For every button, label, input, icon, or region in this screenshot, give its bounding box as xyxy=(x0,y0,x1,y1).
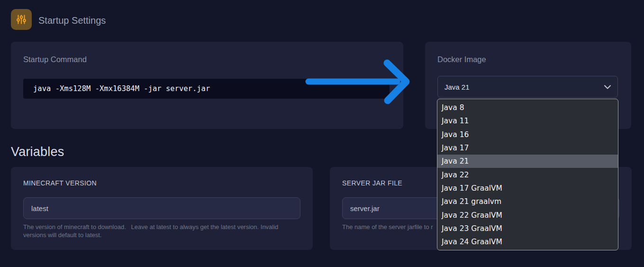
sliders-icon xyxy=(15,13,27,26)
docker-image-selected-value: Java 21 xyxy=(444,83,470,91)
docker-image-select[interactable]: Java 21 xyxy=(437,76,618,98)
variables-heading: Variables xyxy=(11,145,64,159)
dropdown-option[interactable]: Java 22 GraalVM xyxy=(437,208,618,221)
dropdown-option[interactable]: Java 22 xyxy=(437,168,618,181)
minecraft-version-label: MINECRAFT VERSION xyxy=(23,179,97,187)
dropdown-option[interactable]: Java 8 xyxy=(437,101,618,114)
server-jar-file-label: SERVER JAR FILE xyxy=(342,179,402,187)
dropdown-option[interactable]: Java 17 GraalVM xyxy=(437,182,618,195)
dropdown-option[interactable]: Java 24 GraalVM xyxy=(437,235,618,249)
dropdown-option[interactable]: Java 23 GraalVM xyxy=(437,222,618,235)
startup-command-label: Startup Command xyxy=(23,55,87,64)
dropdown-option[interactable]: Java 11 xyxy=(437,114,618,128)
startup-command-input[interactable] xyxy=(23,79,390,99)
startup-settings-icon-tile xyxy=(11,9,32,30)
dropdown-option[interactable]: Java 17 xyxy=(437,141,618,155)
minecraft-version-input[interactable] xyxy=(23,197,300,219)
chevron-down-icon xyxy=(604,85,611,89)
dropdown-option[interactable]: Java 21 xyxy=(437,155,618,168)
docker-image-label: Docker Image xyxy=(437,55,486,64)
page-title: Startup Settings xyxy=(38,15,106,26)
dropdown-option[interactable]: Java 21 graalvm xyxy=(437,195,618,208)
dropdown-option[interactable]: Java 16 xyxy=(437,128,618,141)
startup-settings-page: Startup Settings Startup Command Docker … xyxy=(0,0,644,267)
docker-image-dropdown: Java 8Java 11Java 16Java 17Java 21Java 2… xyxy=(437,99,618,250)
minecraft-version-description: The version of minecraft to download. Le… xyxy=(23,223,297,239)
startup-command-card: Startup Command xyxy=(11,42,403,129)
variable-card-minecraft-version: MINECRAFT VERSION The version of minecra… xyxy=(11,167,313,250)
